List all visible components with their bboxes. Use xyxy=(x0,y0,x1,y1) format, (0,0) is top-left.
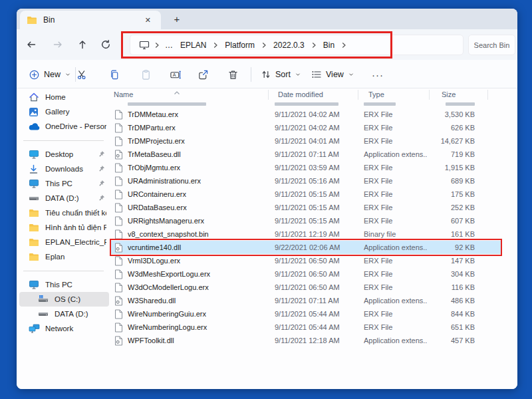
file-row-w3docmodellerlogu-erx[interactable]: W3dOcModellerLogu.erx9/11/2021 06:50 AME… xyxy=(110,281,502,294)
erx-file-icon xyxy=(114,216,123,226)
tab-title: Bin xyxy=(43,15,142,25)
refresh-button[interactable] xyxy=(96,35,116,54)
file-name: TrObjMgmtu.erx xyxy=(128,164,271,172)
sidebar-item-this-pc[interactable]: This PC xyxy=(19,176,109,191)
share-button[interactable] xyxy=(194,65,212,84)
file-size: 14,627 KB xyxy=(415,137,475,145)
search-input[interactable]: Search Bin xyxy=(468,35,515,55)
file-name: TrDMMetau.erx xyxy=(128,110,271,118)
sidebar-item-eplan-electric-p8-20[interactable]: EPLAN_Electric_P8_20 xyxy=(19,235,109,249)
file-row-urcontaineru-erx[interactable]: URContaineru.erx9/11/2021 05:15 AMERX Fi… xyxy=(110,188,502,201)
file-row-trdmprojectu-erx[interactable]: TrDMProjectu.erx9/11/2021 04:01 AMERX Fi… xyxy=(110,134,502,148)
sidebar-item-label: Gallery xyxy=(45,108,106,116)
chevron-down-icon xyxy=(295,71,301,78)
file-size: 252 KB xyxy=(415,203,475,211)
file-date: 9/11/2021 06:50 AM xyxy=(275,270,340,278)
address-bar[interactable]: … EPLAN Platform 2022.0.3 Bin xyxy=(130,35,464,55)
pc-icon xyxy=(29,279,40,290)
file-name: TrDMPartu.erx xyxy=(128,124,271,132)
column-header-name[interactable]: Name xyxy=(114,90,133,98)
rename-button[interactable]: A xyxy=(166,65,185,84)
tab-bin[interactable]: Bin ✕ xyxy=(20,11,161,29)
svg-text:A: A xyxy=(173,72,176,78)
file-row-urrightsmanageru-erx[interactable]: URRightsManageru.erx9/11/2021 05:15 AMER… xyxy=(110,214,502,227)
column-header-size[interactable]: Size xyxy=(442,90,456,98)
drive-icon xyxy=(29,193,40,203)
sidebar-item-onedrive-personal[interactable]: OneDrive - Personal xyxy=(19,119,109,134)
file-row-trobjmgmtu-erx[interactable]: TrObjMgmtu.erx9/11/2021 03:59 AMERX File… xyxy=(110,161,502,174)
sort-arrows-icon xyxy=(261,69,271,80)
file-size: 92 KB xyxy=(415,243,475,251)
column-divider[interactable] xyxy=(429,90,430,100)
erx-file-icon xyxy=(114,203,123,213)
copy-button[interactable] xyxy=(105,65,124,84)
file-row-urdatabaseu-erx[interactable]: URDataBaseu.erx9/11/2021 05:15 AMERX Fil… xyxy=(110,201,502,214)
file-name: URRightsManageru.erx xyxy=(128,217,271,225)
column-header-date[interactable]: Date modified xyxy=(278,90,323,98)
file-date: 9/11/2021 04:02 AM xyxy=(275,110,340,118)
breadcrumb-eplan[interactable]: EPLAN xyxy=(176,39,210,52)
file-row-trdmmetau-erx[interactable]: TrDMMetau.erx9/11/2021 04:02 AMERX File3… xyxy=(110,108,502,121)
sidebar-item-h-nh-nh-t-i-n-plc[interactable]: Hình ảnh tủ điện PLC xyxy=(19,220,109,235)
column-divider[interactable] xyxy=(487,90,488,100)
sidebar: HomeGalleryOneDrive - PersonalDesktopDow… xyxy=(17,88,112,389)
file-row-uradministrationu-erx[interactable]: URAdministrationu.erx9/11/2021 05:16 AME… xyxy=(110,174,502,188)
file-row-vrml3dlogu-erx[interactable]: Vrml3DLogu.erx9/11/2021 06:50 AMERX File… xyxy=(110,254,502,267)
file-row-wirenumberingguiu-erx[interactable]: WireNumberingGuiu.erx9/11/2021 05:44 AME… xyxy=(110,307,502,321)
file-row-trmetabaseu-dll[interactable]: TrMetaBaseu.dll9/11/2021 07:11 AMApplica… xyxy=(110,148,502,161)
new-tab-button[interactable]: + xyxy=(168,11,186,27)
paste-button[interactable] xyxy=(136,65,155,84)
file-date: 9/11/2021 05:16 AM xyxy=(275,177,340,185)
file-size: 3,530 KB xyxy=(415,110,475,118)
back-button[interactable] xyxy=(21,35,41,54)
file-name: vcruntime140.dll xyxy=(128,243,271,251)
new-button[interactable]: New xyxy=(25,65,75,84)
tab-close-icon[interactable]: ✕ xyxy=(142,15,154,26)
sidebar-item-data-d[interactable]: DATA (D:) xyxy=(19,307,109,321)
column-divider[interactable] xyxy=(358,90,358,100)
sidebar-item-data-d[interactable]: DATA (D:) xyxy=(19,191,109,205)
sidebar-item-label: Eplan xyxy=(45,253,106,261)
erx-file-icon xyxy=(114,136,123,146)
sidebar-item-home[interactable]: Home xyxy=(19,90,109,104)
delete-button[interactable] xyxy=(223,65,242,84)
more-options-button[interactable]: ··· xyxy=(368,65,388,84)
sort-button[interactable]: Sort xyxy=(257,65,305,84)
cut-button[interactable] xyxy=(72,65,91,84)
sidebar-item-ti-u-chu-n-thi-t-k-t[interactable]: Tiêu chuẩn thiết kế tủ xyxy=(19,205,109,220)
sidebar-item-downloads[interactable]: Downloads xyxy=(19,162,109,176)
file-name: TrMetaBaseu.dll xyxy=(128,150,271,158)
file-date: 9/11/2021 05:15 AM xyxy=(275,203,340,211)
file-row-wirenumberinglogu-erx[interactable]: WireNumberingLogu.erx9/11/2021 05:44 AME… xyxy=(110,321,502,334)
breadcrumb-bin[interactable]: Bin xyxy=(319,39,338,52)
sort-ascending-icon xyxy=(174,90,180,96)
breadcrumb-platform[interactable]: Platform xyxy=(221,39,259,52)
forward-button[interactable] xyxy=(48,35,68,54)
this-pc-icon[interactable] xyxy=(137,39,152,52)
file-row-v8-context-snapshot-bin[interactable]: v8_context_snapshot.bin9/11/2021 12:19 A… xyxy=(110,227,502,241)
file-row-trdmpartu-erx[interactable]: TrDMPartu.erx9/11/2021 04:02 AMERX File6… xyxy=(110,121,502,134)
column-header-type[interactable]: Type xyxy=(368,90,384,98)
sidebar-item-desktop[interactable]: Desktop xyxy=(19,147,109,162)
file-size: 147 KB xyxy=(415,257,475,265)
sidebar-item-eplan[interactable]: Eplan xyxy=(19,249,109,264)
sidebar-item-os-c[interactable]: OS (C:) xyxy=(19,292,109,307)
sidebar-item-network[interactable]: Network xyxy=(19,321,109,336)
sidebar-item-this-pc[interactable]: This PC xyxy=(19,277,109,292)
dll-file-icon xyxy=(114,296,123,306)
sidebar-item-gallery[interactable]: Gallery xyxy=(19,104,109,119)
file-name: WPFToolkit.dll xyxy=(128,336,271,344)
file-size: 486 KB xyxy=(415,297,475,305)
pin-icon xyxy=(98,194,105,201)
breadcrumb-ellipsis[interactable]: … xyxy=(162,39,176,52)
column-divider[interactable] xyxy=(268,90,269,100)
file-date: 9/11/2021 12:18 AM xyxy=(275,336,340,344)
file-row-w3sharedu-dll[interactable]: W3Sharedu.dll9/11/2021 07:11 AMApplicati… xyxy=(110,294,502,307)
sidebar-divider xyxy=(17,134,112,147)
breadcrumb-version[interactable]: 2022.0.3 xyxy=(269,39,309,52)
file-row-wpftoolkit-dll[interactable]: WPFToolkit.dll9/11/2021 12:18 AMApplicat… xyxy=(110,334,502,347)
view-button[interactable]: View xyxy=(308,65,358,84)
up-button[interactable] xyxy=(72,35,92,54)
file-row-w3dmeshexportlogu-erx[interactable]: W3dMeshExportLogu.erx9/11/2021 06:50 AME… xyxy=(110,267,502,281)
file-row-vcruntime140-dll[interactable]: vcruntime140.dll9/22/2021 02:06 AMApplic… xyxy=(110,241,502,254)
